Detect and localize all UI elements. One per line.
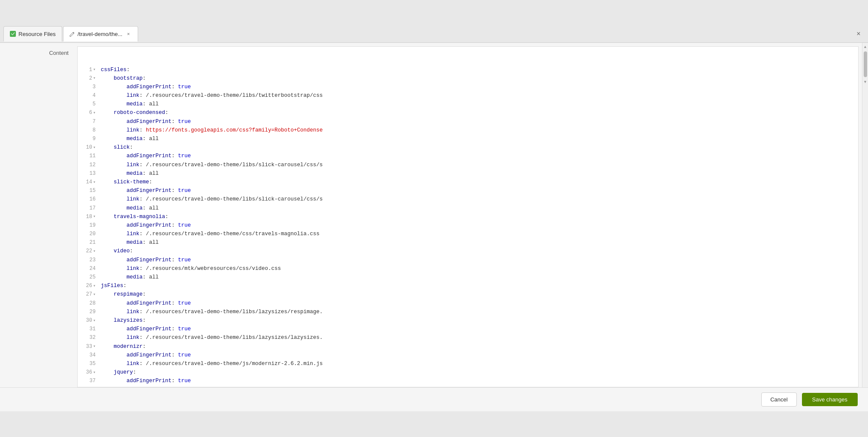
fold-arrow-icon[interactable]: ▾ [93,75,96,82]
line-content: media: all [99,100,159,108]
table-row: 31 addFingerPrint: true [78,325,858,333]
line-number: 15 [78,187,99,195]
editor-scroll-area[interactable]: 1▾cssFiles:2▾ bootstrap:3 addFingerPrint… [78,47,858,387]
fold-arrow-icon[interactable]: ▾ [93,369,96,376]
table-row: 33▾ modernizr: [78,342,858,351]
line-number: 16 [78,195,99,204]
line-content: addFingerPrint: true [99,325,191,333]
line-content: addFingerPrint: true [99,351,191,359]
line-content: link: /.resources/travel-demo-theme/js/m… [99,359,323,368]
table-row: 5 media: all [78,100,858,108]
table-row: 30▾ lazysizes: [78,316,858,325]
scrollbar-thumb[interactable] [864,51,867,77]
table-row: 1▾cssFiles: [78,66,858,74]
table-row: 20 link: /.resources/travel-demo-theme/c… [78,230,858,238]
fold-arrow-icon[interactable]: ▾ [93,291,96,298]
line-number: 18▾ [78,213,99,221]
fold-arrow-icon[interactable]: ▾ [93,66,96,73]
line-number: 27▾ [78,290,99,299]
line-content: addFingerPrint: true [99,256,191,264]
edit-tab-label: /travel-demo/the... [78,31,123,37]
line-number: 2▾ [78,75,99,83]
fold-arrow-icon[interactable]: ▾ [93,283,96,290]
table-row: 17 media: all [78,204,858,213]
line-number: 3 [78,83,99,91]
code-editor-container: 1▾cssFiles:2▾ bootstrap:3 addFingerPrint… [77,46,859,388]
scrollbar-down-button[interactable]: ▼ [862,79,868,85]
line-content: link: https://fonts.googleapis.com/css?f… [99,126,323,135]
line-number: 32 [78,334,99,342]
line-number: 34 [78,351,99,359]
line-content: media: all [99,169,159,178]
code-editor[interactable]: 1▾cssFiles:2▾ bootstrap:3 addFingerPrint… [78,47,858,387]
table-row: 22▾ video: [78,247,858,255]
line-number: 28 [78,299,99,308]
line-number: 14▾ [78,178,99,186]
table-row: 6▾ roboto-condensed: [78,108,858,117]
line-number: 22▾ [78,247,99,255]
app-window: Resource Files /travel-demo/the... × × C… [0,26,868,412]
line-number: 5 [78,100,99,108]
line-content: addFingerPrint: true [99,377,191,385]
tab-resource-files[interactable]: Resource Files [3,26,62,42]
fold-arrow-icon[interactable]: ▾ [93,248,96,255]
line-content: addFingerPrint: true [99,83,191,91]
line-number: 31 [78,325,99,333]
line-content: media: all [99,204,159,213]
line-content: slick-theme: [99,178,152,186]
line-content: modernizr: [99,342,146,351]
right-scrollbar[interactable]: ▲ ▼ [862,43,868,388]
line-number: 29 [78,308,99,316]
table-row: 21 media: all [78,238,858,247]
window-close-button[interactable]: × [853,28,865,40]
line-number: 1▾ [78,66,99,74]
line-number: 30▾ [78,317,99,325]
action-bar: Cancel Save changes [0,387,868,411]
line-content: link: /.resources/travel-demo-theme/css/… [99,230,319,238]
tab-close-button[interactable]: × [125,30,132,37]
line-number: 19 [78,221,99,230]
table-row: 28 addFingerPrint: true [78,299,858,308]
fold-arrow-icon[interactable]: ▾ [93,110,96,117]
line-content: link: /.resources/travel-demo-theme/libs… [99,91,323,100]
fold-arrow-icon[interactable]: ▾ [93,343,96,350]
line-content: video: [99,247,133,255]
line-number: 23 [78,256,99,264]
pencil-icon [69,31,75,37]
table-row: 35 link: /.resources/travel-demo-theme/j… [78,359,858,368]
table-row: 29 link: /.resources/travel-demo-theme/l… [78,308,858,316]
line-number: 25 [78,273,99,281]
tab-edit-file[interactable]: /travel-demo/the... × [63,26,139,42]
line-number: 6▾ [78,109,99,117]
table-row: 11 addFingerPrint: true [78,152,858,160]
table-row: 24 link: /.resources/mtk/webresources/cs… [78,264,858,273]
scrollbar-up-button[interactable]: ▲ [862,44,868,50]
line-content: addFingerPrint: true [99,117,191,126]
cancel-button[interactable]: Cancel [761,392,796,407]
fold-arrow-icon[interactable]: ▾ [93,317,96,324]
line-content: travels-magnolia: [99,213,169,221]
line-number: 9 [78,135,99,143]
tab-bar: Resource Files /travel-demo/the... × × [0,26,868,43]
line-number: 20 [78,230,99,238]
line-number: 8 [78,126,99,135]
line-number: 26▾ [78,282,99,290]
line-number: 37 [78,377,99,385]
save-changes-button[interactable]: Save changes [802,393,858,406]
line-number: 21 [78,239,99,247]
line-content: respimage: [99,290,146,299]
fold-arrow-icon[interactable]: ▾ [93,213,96,220]
fold-arrow-icon[interactable]: ▾ [93,144,96,151]
sidebar-content-label: Content [0,43,77,388]
table-row: 2▾ bootstrap: [78,74,858,83]
line-content: addFingerPrint: true [99,152,191,160]
line-number: 24 [78,265,99,273]
table-row: 36▾ jquery: [78,368,858,377]
fold-arrow-icon[interactable]: ▾ [93,179,96,186]
line-content: lazysizes: [99,316,146,325]
line-content: addFingerPrint: true [99,221,191,230]
line-content: media: all [99,135,159,143]
line-content: media: all [99,238,159,247]
table-row: 9 media: all [78,135,858,143]
table-row: 34 addFingerPrint: true [78,351,858,359]
